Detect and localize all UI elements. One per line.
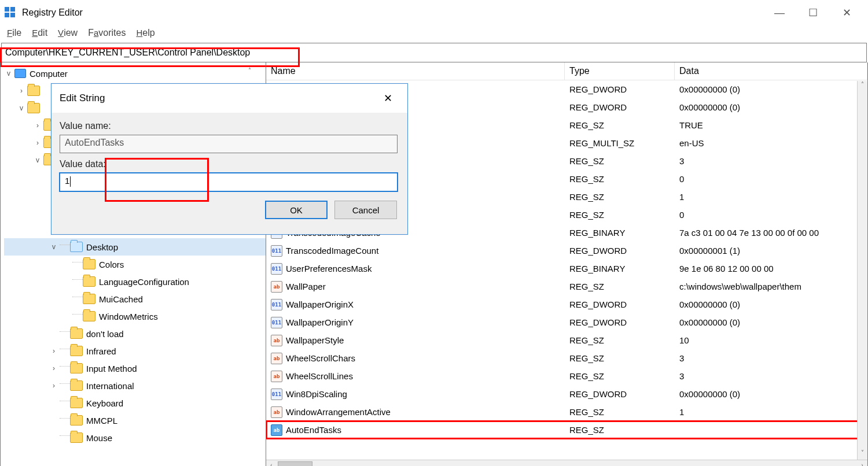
vertical-scrollbar[interactable]: ˄ ˅ (857, 81, 867, 460)
menu-file[interactable]: File (7, 28, 21, 38)
tree-item-keyboard[interactable]: Keyboard (4, 394, 266, 412)
expand-icon[interactable]: › (49, 364, 58, 372)
value-row[interactable]: 011UserPreferencesMaskREG_BINARY9e 1e 06… (266, 260, 867, 278)
collapse-icon[interactable]: v (4, 69, 13, 77)
value-type: REG_DWORD (565, 389, 675, 399)
tree-item-colors[interactable]: Colors (4, 256, 266, 273)
value-name-field[interactable]: AutoEndTasks (60, 135, 398, 153)
dialog-titlebar[interactable]: Edit String ✕ (52, 84, 407, 113)
scroll-down-icon[interactable]: ˅ (858, 449, 867, 460)
column-data[interactable]: Data (675, 62, 867, 80)
collapse-icon[interactable]: v (17, 104, 26, 112)
value-row[interactable]: abWheelScrollLinesREG_SZ3 (266, 367, 867, 385)
value-type: REG_DWORD (565, 317, 675, 327)
tree-item-label: WindowMetrics (99, 312, 158, 321)
binary-value-icon: 011 (271, 263, 282, 275)
value-row[interactable]: 011WallpaperOriginYREG_DWORD0x00000000 (… (266, 313, 867, 331)
close-button[interactable]: ✕ (830, 2, 863, 23)
expand-icon[interactable]: › (33, 139, 42, 147)
scroll-right-icon[interactable]: › (857, 462, 867, 466)
value-name: Win8DpiScaling (286, 389, 347, 399)
horizontal-scrollbar[interactable]: ‹ › (266, 460, 867, 466)
text-caret (69, 176, 71, 186)
value-row[interactable]: abWindowArrangementActiveREG_SZ1 (266, 403, 867, 421)
binary-value-icon: 011 (271, 317, 282, 328)
collapse-icon[interactable]: v (49, 243, 58, 251)
sort-indicator-icon: ˄ (248, 67, 251, 73)
folder-icon (70, 380, 83, 391)
menu-favorites[interactable]: Favorites (88, 28, 126, 38)
folder-icon (27, 86, 40, 96)
computer-icon (14, 69, 26, 78)
tree-item-mouse[interactable]: Mouse (4, 429, 266, 446)
tree-item-desktop[interactable]: vDesktop (4, 238, 266, 256)
maximize-button[interactable]: ☐ (796, 2, 830, 23)
value-data: 9e 1e 06 80 12 00 00 00 (675, 264, 867, 273)
tree-item-muicached[interactable]: MuiCached (4, 290, 266, 308)
tree-branch-line (60, 366, 70, 367)
tree-item-label: Keyboard (86, 398, 123, 408)
app-icon (5, 7, 16, 19)
expand-icon[interactable]: › (17, 87, 26, 95)
value-row[interactable]: abAutoEndTasksREG_SZ (266, 421, 867, 439)
ok-button[interactable]: OK (265, 201, 328, 219)
column-type[interactable]: Type (565, 62, 675, 80)
tree-root[interactable]: v Computer (4, 65, 266, 82)
value-data: 0x00000000 (0) (675, 317, 867, 327)
tree-item-label: Desktop (86, 242, 118, 252)
value-data: TRUE (675, 120, 867, 130)
value-name: WallPaper (286, 282, 326, 291)
scroll-up-icon[interactable]: ˄ (858, 81, 867, 91)
expand-icon[interactable]: › (49, 347, 58, 355)
dialog-close-button[interactable]: ✕ (376, 90, 399, 107)
tree-item-international[interactable]: ›International (4, 377, 266, 394)
string-value-icon: ab (271, 335, 282, 346)
column-headers: Name Type Data (266, 62, 867, 80)
expand-icon[interactable]: › (49, 382, 58, 390)
scroll-thumb[interactable] (278, 461, 312, 467)
value-row[interactable]: abWallpaperStyleREG_SZ10 (266, 331, 867, 349)
folder-icon (83, 311, 95, 321)
tree-item-mmcpl[interactable]: MMCPL (4, 412, 266, 429)
tree-root-label: Computer (30, 69, 68, 79)
value-row[interactable]: 011TranscodedImageCountREG_DWORD0x000000… (266, 242, 867, 260)
tree-item-inputmethod[interactable]: ›Input Method (4, 360, 266, 377)
dialog-title: Edit String (60, 93, 105, 104)
menu-help[interactable]: Help (136, 28, 155, 38)
minimize-button[interactable]: — (763, 2, 796, 23)
value-name: TranscodedImageCount (286, 246, 378, 256)
expand-icon[interactable]: › (33, 121, 42, 130)
value-type: REG_MULTI_SZ (565, 138, 675, 148)
tree-branch-line (60, 349, 70, 349)
collapse-icon[interactable]: v (33, 156, 42, 164)
value-type: REG_SZ (565, 371, 675, 381)
value-row[interactable]: 011Win8DpiScalingREG_DWORD0x00000000 (0) (266, 385, 867, 403)
menu-edit[interactable]: Edit (32, 28, 47, 38)
tree-item-label: International (86, 381, 134, 391)
tree-item-dontload[interactable]: don't load (4, 325, 266, 342)
menu-view[interactable]: View (58, 28, 78, 38)
value-data: 7a c3 01 00 04 7e 13 00 00 0f 00 00 (675, 228, 867, 238)
folder-icon (83, 276, 95, 287)
value-data: 0x00000000 (0) (675, 84, 867, 94)
cancel-button[interactable]: Cancel (334, 201, 397, 219)
tree-item-windowmetrics[interactable]: WindowMetrics (4, 308, 266, 325)
tree-item-label: Colors (99, 260, 124, 269)
value-row[interactable]: abWheelScrollCharsREG_SZ3 (266, 349, 867, 367)
scroll-left-icon[interactable]: ‹ (266, 462, 277, 466)
value-data: en-US (675, 138, 867, 148)
svg-rect-2 (5, 13, 9, 17)
value-data-field[interactable]: 1 (60, 173, 398, 191)
tree-item-languageconfiguration[interactable]: LanguageConfiguration (4, 273, 266, 290)
address-bar[interactable]: Computer\HKEY_CURRENT_USER\Control Panel… (1, 43, 867, 62)
value-row[interactable]: 011WallpaperOriginXREG_DWORD0x00000000 (… (266, 295, 867, 313)
folder-icon (70, 346, 83, 356)
tree-item-label: Mouse (86, 433, 112, 443)
value-row[interactable]: abWallPaperREG_SZc:\windows\web\wallpape… (266, 278, 867, 295)
tree-item-infrared[interactable]: ›Infrared (4, 342, 266, 360)
tree-item-label: don't load (86, 329, 124, 339)
value-type: REG_SZ (565, 407, 675, 417)
folder-icon (70, 398, 83, 408)
column-name[interactable]: Name (266, 62, 565, 80)
tree-item-label: Infrared (86, 346, 116, 356)
